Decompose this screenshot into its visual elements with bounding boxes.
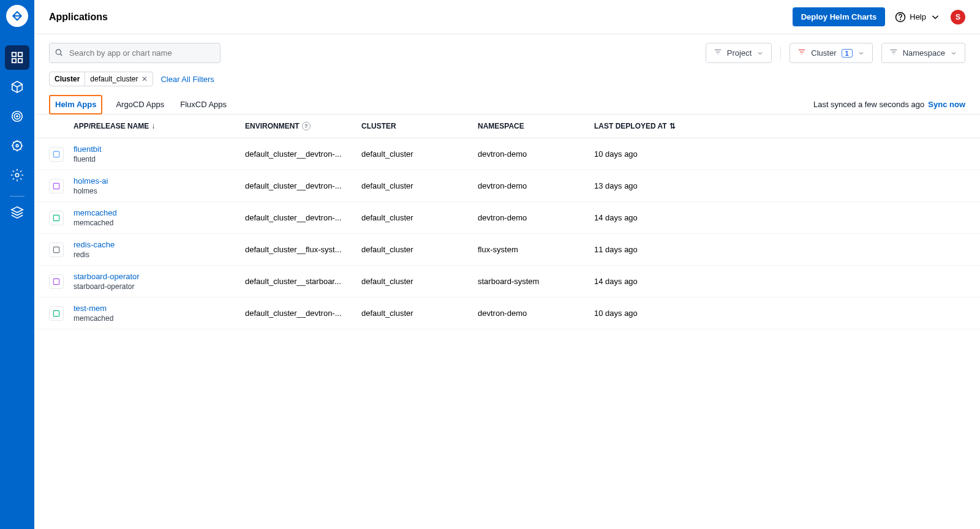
sort-icon: ⇅ (669, 122, 676, 130)
tab-fluxcd-apps[interactable]: FluxCD Apps (178, 95, 229, 114)
nav-settings[interactable] (5, 163, 29, 187)
cell-environment: default_cluster__flux-syst... (245, 245, 361, 254)
app-chart-label: memcached (74, 219, 236, 227)
table-row[interactable]: redis-cache redis default_cluster__flux-… (34, 234, 980, 266)
svg-rect-18 (53, 310, 59, 316)
app-icon (49, 147, 64, 162)
sync-status: Last synced a few seconds ago Sync now (813, 100, 965, 109)
target-icon (10, 110, 24, 123)
app-name-link[interactable]: starboard-operator (74, 272, 236, 281)
cell-namespace: devtron-demo (478, 149, 594, 159)
search-icon (55, 48, 63, 58)
svg-point-9 (15, 173, 19, 177)
filter-cluster[interactable]: Cluster 1 (790, 43, 872, 63)
nav-cube[interactable] (5, 75, 29, 99)
page-title: Applications (49, 12, 108, 23)
table-row[interactable]: fluentbit fluentd default_cluster__devtr… (34, 138, 980, 170)
svg-point-6 (17, 116, 18, 118)
svg-rect-3 (18, 59, 22, 62)
th-cluster: CLUSTER (361, 122, 478, 130)
cell-environment: default_cluster__devtron-... (245, 309, 361, 318)
header: Applications Deploy Helm Charts Help S (34, 0, 980, 34)
tabs-row: Helm Apps ArgoCD Apps FluxCD Apps Last s… (34, 95, 980, 114)
filter-icon (797, 48, 806, 58)
cell-cluster: default_cluster (361, 245, 478, 254)
svg-point-11 (900, 19, 901, 20)
clear-all-filters[interactable]: Clear All Filters (160, 75, 214, 84)
deploy-helm-button[interactable]: Deploy Helm Charts (793, 7, 886, 26)
filter-divider (780, 47, 781, 60)
search-input[interactable] (49, 43, 221, 63)
filter-icon (714, 48, 722, 58)
help-icon (895, 12, 906, 23)
chevron-down-icon (930, 12, 941, 23)
cell-namespace: starboard-system (478, 277, 594, 286)
cell-namespace: devtron-demo (478, 213, 594, 222)
table-row[interactable]: memcached memcached default_cluster__dev… (34, 202, 980, 234)
cell-namespace: devtron-demo (478, 309, 594, 318)
cell-deployed: 10 days ago (594, 309, 710, 318)
info-icon[interactable]: ? (302, 122, 311, 130)
table-row[interactable]: starboard-operator starboard-operator de… (34, 266, 980, 298)
cluster-count-badge: 1 (842, 49, 853, 58)
tab-argocd-apps[interactable]: ArgoCD Apps (113, 95, 167, 114)
logo[interactable] (6, 5, 28, 27)
cell-deployed: 14 days ago (594, 277, 710, 286)
app-name-link[interactable]: holmes-ai (74, 176, 236, 186)
avatar[interactable]: S (951, 10, 965, 24)
gear-icon (10, 168, 24, 182)
cell-namespace: devtron-demo (478, 181, 594, 190)
cell-cluster: default_cluster (361, 149, 478, 159)
cube-icon (10, 80, 24, 94)
nav-wheel[interactable] (5, 133, 29, 158)
cell-cluster: default_cluster (361, 213, 478, 222)
wheel-icon (10, 139, 24, 152)
nav-target[interactable] (5, 104, 29, 129)
app-name-link[interactable]: test-mem (74, 304, 236, 313)
chevron-down-icon (756, 50, 764, 57)
cell-environment: default_cluster__devtron-... (245, 213, 361, 222)
cell-cluster: default_cluster (361, 309, 478, 318)
app-name-link[interactable]: redis-cache (74, 240, 236, 249)
logo-icon (11, 10, 23, 22)
chip-remove[interactable]: ✕ (141, 75, 148, 83)
app-icon (49, 242, 64, 257)
help-menu[interactable]: Help (895, 12, 941, 23)
toolbar: Project Cluster 1 Namespace (34, 34, 980, 72)
app-chart-label: holmes (74, 187, 236, 195)
sync-now-link[interactable]: Sync now (928, 100, 965, 109)
svg-rect-13 (53, 151, 59, 157)
chevron-down-icon (858, 50, 865, 57)
chevron-down-icon (950, 50, 957, 57)
filter-project[interactable]: Project (706, 43, 772, 63)
cell-cluster: default_cluster (361, 181, 478, 190)
th-name[interactable]: APP/RELEASE NAME ↓ (74, 122, 245, 130)
app-name-link[interactable]: memcached (74, 208, 236, 217)
app-chart-label: starboard-operator (74, 282, 236, 291)
cell-deployed: 10 days ago (594, 149, 710, 159)
grid-icon (10, 51, 24, 64)
th-deployed[interactable]: LAST DEPLOYED AT ⇅ (594, 122, 710, 130)
app-chart-label: fluentd (74, 155, 236, 163)
app-chart-label: redis (74, 250, 236, 259)
table-row[interactable]: holmes-ai holmes default_cluster__devtro… (34, 170, 980, 202)
svg-rect-1 (18, 53, 22, 56)
svg-rect-16 (53, 247, 59, 252)
nav-layers[interactable] (5, 200, 29, 225)
tab-helm-apps[interactable]: Helm Apps (49, 95, 102, 114)
cell-deployed: 14 days ago (594, 213, 710, 222)
svg-point-7 (13, 141, 22, 151)
table-row[interactable]: test-mem memcached default_cluster__devt… (34, 298, 980, 329)
cell-environment: default_cluster__devtron-... (245, 149, 361, 159)
cell-deployed: 13 days ago (594, 181, 710, 190)
filter-namespace[interactable]: Namespace (881, 43, 965, 63)
cell-cluster: default_cluster (361, 277, 478, 286)
sidebar (0, 0, 34, 529)
filter-chip-cluster: Cluster default_cluster ✕ (49, 72, 153, 86)
nav-applications[interactable] (5, 45, 29, 70)
filter-icon (889, 48, 898, 58)
cell-deployed: 11 days ago (594, 245, 710, 254)
svg-point-12 (56, 49, 61, 54)
app-name-link[interactable]: fluentbit (74, 144, 236, 154)
table-header: APP/RELEASE NAME ↓ ENVIRONMENT ? CLUSTER… (34, 114, 980, 138)
